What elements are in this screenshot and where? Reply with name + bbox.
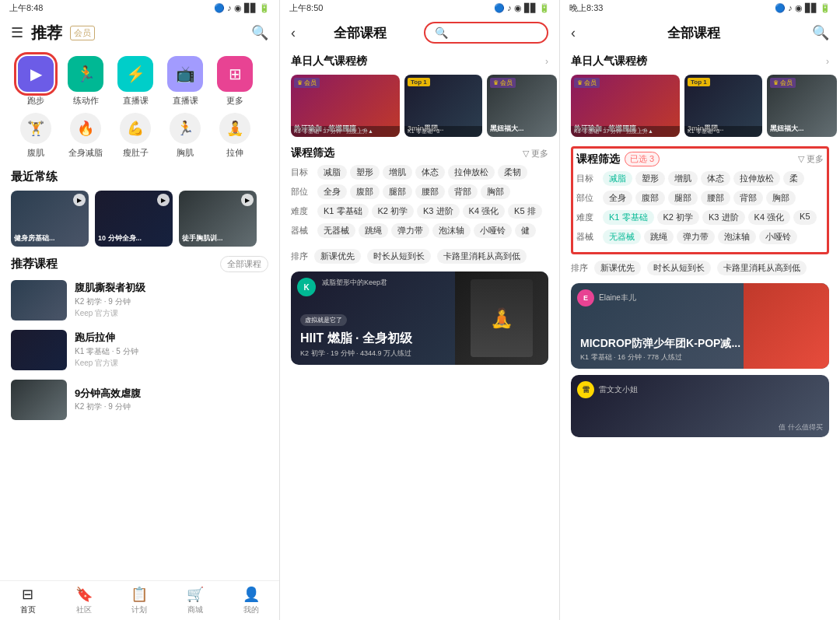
- tag-小哑铃-3[interactable]: 小哑铃: [759, 229, 797, 244]
- sort-duration-3[interactable]: 时长从短到长: [647, 261, 711, 275]
- second-card-3[interactable]: 雷 雷文文小姐 值 什么值得买: [571, 375, 829, 437]
- search-box-highlighted[interactable]: 🔍: [424, 22, 548, 44]
- icon-item-stretch[interactable]: 🧘 拉伸: [210, 113, 260, 159]
- sort-new[interactable]: 新课优先: [314, 249, 361, 264]
- list-item[interactable]: 腹肌撕裂者初级 K2 初学 · 9 分钟 Keep 官方课: [0, 275, 279, 325]
- exercise-icon-box[interactable]: 🏃: [68, 56, 103, 92]
- tag-腰部[interactable]: 腰部: [415, 184, 445, 199]
- sort-calories-3[interactable]: 卡路里消耗从高到低: [717, 261, 807, 275]
- icon-item-chest[interactable]: 🏃 胸肌: [160, 113, 210, 159]
- tag-背部-3[interactable]: 背部: [733, 191, 763, 205]
- filter-more-3[interactable]: ▽ 更多: [798, 153, 824, 165]
- tag-增肌[interactable]: 增肌: [383, 165, 412, 180]
- tag-腹部-3[interactable]: 腹部: [635, 191, 665, 205]
- tag-背部[interactable]: 背部: [448, 184, 478, 199]
- tag-柔-3[interactable]: 柔: [783, 171, 804, 186]
- tag-k3[interactable]: K3 进阶: [417, 204, 460, 219]
- tag-k5-3[interactable]: K5: [793, 210, 816, 225]
- tag-无器械[interactable]: 无器械: [317, 223, 355, 238]
- course-card-3-1[interactable]: ♛ 会员 热汗瑜伽 · 悠燃腰腹 · ... K1 零基础 · 37 分钟 · …: [571, 75, 680, 137]
- tag-k1[interactable]: K1 零基础: [317, 204, 369, 219]
- course-card-3[interactable]: ♛ 会员 黑妞福大...: [487, 75, 557, 137]
- course-card-1[interactable]: ♛ 会员 热汗瑜伽 · 悠燃腰腹 · ... K1 零基础 · 37 分钟 · …: [291, 75, 400, 137]
- filter-more-button[interactable]: ▽ 更多: [523, 148, 548, 159]
- tag-增肌-3[interactable]: 增肌: [668, 171, 698, 186]
- hamburger-icon[interactable]: ☰: [11, 24, 23, 41]
- icon-item-abs[interactable]: 🏋 腹肌: [11, 113, 61, 159]
- more-icon-box[interactable]: ⊞: [217, 56, 253, 92]
- sort-new-3[interactable]: 新课优先: [594, 261, 641, 275]
- running-icon-box[interactable]: ▶: [18, 56, 54, 92]
- featured-card[interactable]: K 减脂塑形中的Keep君 🧘 HIIT 燃脂 · 全身初级 K2 初学 · 1…: [291, 271, 548, 365]
- tag-胸部-3[interactable]: 胸部: [766, 191, 796, 205]
- sort-duration[interactable]: 时长从短到长: [367, 249, 431, 264]
- tag-拉伸放松[interactable]: 拉伸放松: [448, 165, 495, 180]
- tag-k5[interactable]: K5 排: [508, 204, 542, 219]
- icon-item-exercise[interactable]: 🏃 练动作: [61, 56, 110, 107]
- tag-跳绳-3[interactable]: 跳绳: [644, 229, 674, 244]
- tag-泡沫轴-3[interactable]: 泡沫轴: [718, 229, 756, 244]
- tag-k4[interactable]: K4 强化: [463, 204, 506, 219]
- tag-腰部-3[interactable]: 腰部: [701, 191, 730, 205]
- tag-拉伸放松-3[interactable]: 拉伸放松: [733, 171, 780, 186]
- tag-健[interactable]: 健: [515, 223, 536, 238]
- chest-icon[interactable]: 🏃: [170, 113, 201, 144]
- recent-card-1[interactable]: ▶ 健身房基础...: [11, 191, 89, 247]
- tag-全身[interactable]: 全身: [317, 184, 347, 199]
- tag-k2-3[interactable]: K2 初学: [657, 210, 700, 225]
- tag-腿部[interactable]: 腿部: [383, 184, 412, 199]
- tag-体态[interactable]: 体态: [415, 165, 445, 180]
- belly-icon[interactable]: 💪: [120, 113, 151, 144]
- tag-跳绳[interactable]: 跳绳: [359, 223, 388, 238]
- icon-item-running[interactable]: ▶ 跑步: [11, 56, 61, 107]
- icon-item-more[interactable]: ⊞ 更多: [210, 56, 260, 107]
- play-icon-2[interactable]: ▶: [157, 194, 170, 206]
- tag-k1-3[interactable]: K1 零基础: [603, 210, 654, 225]
- tag-弹力带[interactable]: 弹力带: [391, 223, 429, 238]
- tag-k3-3[interactable]: K3 进阶: [702, 210, 745, 225]
- back-button[interactable]: ‹: [291, 25, 296, 41]
- nav-item-plan[interactable]: 📋 计划: [112, 586, 168, 615]
- member-badge[interactable]: 会员: [70, 26, 95, 40]
- icon-item-dynamic[interactable]: ⚡ 直播课: [110, 56, 160, 107]
- play-icon[interactable]: ▶: [73, 194, 86, 206]
- course-card-3-2[interactable]: Top 1 3min男团... K1 零基础 · 3: [684, 75, 762, 137]
- dynamic-icon-box[interactable]: ⚡: [117, 56, 153, 92]
- broadcast-icon-box[interactable]: 📺: [167, 56, 203, 92]
- abs-icon[interactable]: 🏋: [20, 113, 51, 144]
- stretch-icon[interactable]: 🧘: [219, 113, 250, 144]
- course-card-2[interactable]: Top 1 3min男团... K1 零基础 · 3: [404, 75, 482, 137]
- tag-全身-3[interactable]: 全身: [603, 191, 632, 205]
- tag-减脂[interactable]: 减脂: [317, 165, 347, 180]
- recent-card-2[interactable]: ▶ 10 分钟全身...: [95, 191, 173, 247]
- tag-弹力带-3[interactable]: 弹力带: [677, 229, 715, 244]
- tag-柔韧[interactable]: 柔韧: [498, 165, 527, 180]
- nav-item-community[interactable]: 🔖 社区: [56, 586, 112, 615]
- all-courses-button[interactable]: 全部课程: [220, 256, 268, 272]
- nav-item-home[interactable]: ⊟ 首页: [0, 586, 56, 615]
- featured-card-3[interactable]: E Elaine丰儿 MICDROP防弹少年团K-POP减... K1 零基础 …: [571, 283, 829, 369]
- sort-calories[interactable]: 卡路里消耗从高到低: [437, 249, 527, 264]
- tag-减脂-3[interactable]: 减脂: [603, 171, 632, 186]
- list-item[interactable]: 9分钟高效虐腹 K2 初学 · 9 分钟: [0, 375, 279, 425]
- tag-腹部[interactable]: 腹部: [350, 184, 380, 199]
- tag-胸部[interactable]: 胸部: [481, 184, 510, 199]
- tag-k4-3[interactable]: K4 强化: [748, 210, 791, 225]
- tag-无器械-3[interactable]: 无器械: [603, 229, 641, 244]
- nav-item-profile[interactable]: 👤 我的: [223, 586, 279, 615]
- recent-card-3[interactable]: ▶ 徒手胸肌训...: [179, 191, 257, 247]
- course-card-3-3[interactable]: ♛ 会员 黑妞福大...: [767, 75, 837, 137]
- play-icon-3[interactable]: ▶: [241, 194, 254, 206]
- tag-腿部-3[interactable]: 腿部: [668, 191, 698, 205]
- tag-k2[interactable]: K2 初学: [372, 204, 415, 219]
- tag-体态-3[interactable]: 体态: [701, 171, 730, 186]
- search-icon[interactable]: 🔍: [251, 24, 268, 41]
- tag-泡沫轴[interactable]: 泡沫轴: [432, 223, 471, 238]
- tag-小哑铃[interactable]: 小哑铃: [474, 223, 512, 238]
- list-item[interactable]: 跑后拉伸 K1 零基础 · 5 分钟 Keep 官方课: [0, 325, 279, 375]
- icon-item-belly[interactable]: 💪 瘦肚子: [110, 113, 160, 159]
- back-button-3[interactable]: ‹: [571, 25, 576, 41]
- icon-item-broadcast[interactable]: 📺 直播课: [160, 56, 210, 107]
- icon-item-fatburn[interactable]: 🔥 全身减脂: [61, 113, 110, 159]
- tag-塑形[interactable]: 塑形: [350, 165, 380, 180]
